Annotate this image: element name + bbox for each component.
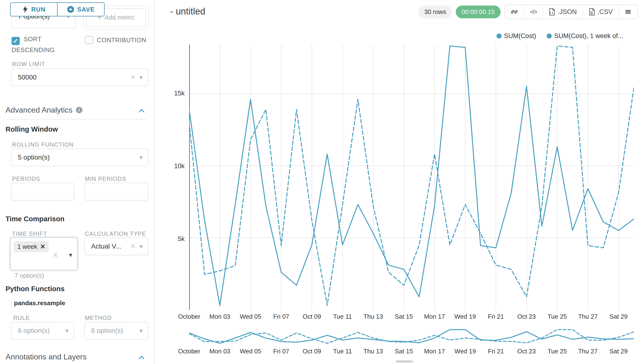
code-icon: </> (530, 8, 537, 15)
legend-dot (547, 34, 552, 38)
caret-down-icon[interactable]: ▾ (140, 154, 148, 160)
info-icon: i (76, 107, 82, 113)
chevron-up-icon[interactable] (138, 354, 145, 361)
run-save-control: RUN SAVE (10, 2, 104, 16)
json-file-icon (549, 8, 555, 16)
annotations-header[interactable]: Annotations and Layers (6, 352, 86, 361)
share-link-button[interactable] (505, 5, 524, 18)
superset-explore-page: 7 option(s) ▾ + Add metric RUN (0, 0, 644, 364)
legend-item[interactable]: SUM(Cost), 1 week of... (547, 32, 623, 40)
plus-circle-icon (67, 6, 74, 13)
remove-tag-icon[interactable]: ✕ (40, 243, 45, 250)
mini-brush-chart[interactable] (189, 328, 634, 344)
save-button[interactable]: SAVE (58, 3, 104, 16)
chart-toolbar: 30 rows 00:00:00.15 </> .JSON (418, 5, 638, 19)
caret-down-icon[interactable]: ▾ (140, 243, 148, 250)
checkbox-unchecked-icon[interactable] (85, 36, 93, 44)
caret-down-icon[interactable]: ▾ (69, 251, 72, 259)
row-count-badge: 30 rows (418, 6, 452, 18)
section-divider (5, 119, 147, 120)
mini-x-axis-labels: OctoberMon 03Wed 05Fri 07Oct 09Tue 11Thu… (189, 348, 634, 356)
caret-down-icon[interactable]: ▾ (140, 328, 148, 334)
time-shift-select[interactable]: 1 week ✕ ✕ ▾ (10, 238, 78, 270)
chart-menu-button[interactable] (618, 5, 637, 18)
row-limit-label: ROW LIMIT (12, 61, 45, 68)
x-axis-label: Sat 29 (599, 348, 638, 355)
query-timer-badge: 00:00:00.15 (456, 6, 500, 18)
python-functions-title: Python Functions (6, 285, 64, 293)
rule-select[interactable]: 6 option(s) ▾ (11, 322, 74, 340)
x-axis-label: Sat 29 (599, 313, 638, 320)
clear-icon[interactable]: ✕ (130, 74, 139, 81)
rolling-function-select[interactable]: 5 option(s) ▾ (11, 148, 148, 166)
bolt-icon (22, 6, 28, 13)
y-axis-label: 10k (166, 162, 184, 170)
time-comparison-title: Time Comparison (6, 215, 64, 223)
rolling-function-label: ROLLING FUNCTION (12, 141, 74, 148)
chart-title[interactable]: - untitled (170, 6, 205, 17)
legend-item[interactable]: SUM(Cost) (496, 32, 536, 40)
time-shift-helper: 7 option(s) (14, 272, 44, 280)
time-shift-label: TIME SHIFT (12, 230, 47, 237)
export-json-button[interactable]: .JSON (542, 5, 582, 18)
chevron-up-icon[interactable] (138, 107, 145, 114)
link-icon (511, 8, 518, 16)
calculation-type-select[interactable]: Actual V... ✕ ▾ (84, 238, 148, 255)
row-limit-value: 50000 (12, 74, 37, 81)
row-limit-select[interactable]: 50000 ✕ ▾ (11, 68, 148, 86)
run-button[interactable]: RUN (10, 3, 58, 16)
periods-label: PERIODS (12, 176, 40, 182)
y-axis-label: 15k (166, 90, 184, 97)
caret-down-icon[interactable]: ▾ (65, 328, 74, 334)
method-select[interactable]: 6 option(s) ▾ (84, 322, 148, 340)
advanced-analytics-header[interactable]: Advanced Analytics i (6, 106, 82, 114)
legend-dot (496, 34, 502, 38)
rolling-window-title: Rolling Window (6, 125, 58, 133)
menu-icon (625, 8, 632, 15)
min-periods-label: MIN PERIODS (85, 176, 126, 182)
y-axis-label: 5k (166, 235, 184, 243)
main-line-chart[interactable] (189, 44, 634, 310)
checkbox-checked-icon[interactable]: ✓ (12, 37, 20, 45)
scroll-handle[interactable] (396, 360, 413, 362)
min-periods-input[interactable] (84, 183, 148, 200)
method-label: METHOD (85, 314, 112, 321)
sort-descending-checkbox[interactable]: ✓SORT DESCENDING (12, 34, 67, 55)
x-axis-labels: OctoberMon 03Wed 05Fri 07Oct 09Tue 11Thu… (189, 313, 634, 321)
calculation-type-label: CALCULATION TYPE (85, 230, 146, 237)
clear-icon[interactable]: ✕ (53, 252, 62, 259)
periods-input[interactable] (11, 183, 74, 200)
contribution-checkbox[interactable]: CONTRIBUTION (85, 35, 152, 45)
clear-icon[interactable]: ✕ (130, 243, 139, 250)
time-shift-tag: 1 week ✕ (14, 241, 49, 252)
rule-label: RULE (13, 314, 30, 321)
export-csv-button[interactable]: .CSV (582, 5, 618, 18)
pandas-resample-item: pandas.resample (14, 300, 65, 307)
csv-file-icon (589, 8, 595, 16)
chart-legend: SUM(Cost) SUM(Cost), 1 week of... (496, 32, 623, 40)
caret-down-icon[interactable]: ▾ (140, 74, 148, 80)
control-panel: 7 option(s) ▾ + Add metric RUN (0, 0, 155, 364)
export-button-group: </> .JSON .CSV (504, 4, 638, 19)
view-query-button[interactable]: </> (524, 5, 543, 18)
